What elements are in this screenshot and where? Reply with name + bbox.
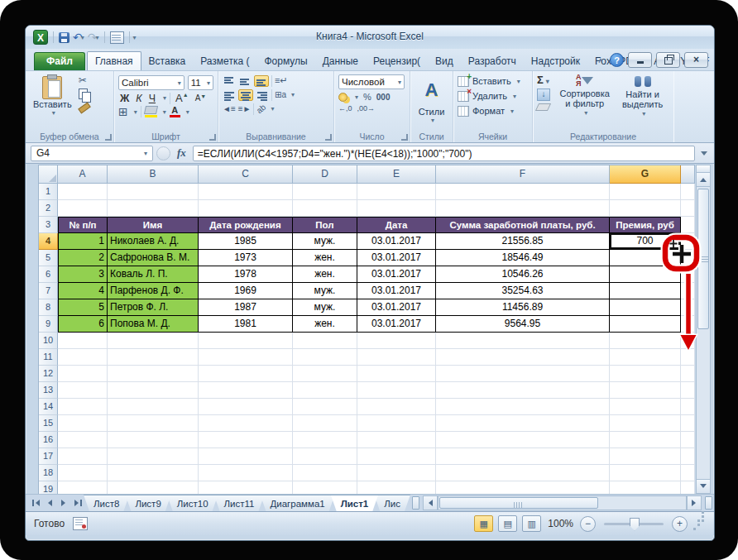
dialog-launcher-icon[interactable]	[325, 134, 332, 141]
cell-C16[interactable]	[199, 432, 293, 448]
cell-D8[interactable]: муж.	[293, 299, 357, 316]
borders-button[interactable]: ⊞	[118, 107, 128, 117]
cell-B11[interactable]	[108, 349, 199, 366]
cell-E19[interactable]	[357, 481, 436, 495]
cell-partial-13[interactable]	[681, 382, 695, 399]
cell-C9[interactable]: 1981	[199, 316, 293, 333]
cell-A3[interactable]: № п/п	[58, 217, 108, 233]
align-bottom-button[interactable]	[254, 75, 269, 87]
cell-F13[interactable]	[436, 382, 610, 399]
tab-разметка-[interactable]: Разметка (	[193, 52, 256, 70]
close-button[interactable]: ×	[684, 52, 708, 68]
row-header-14[interactable]: 14	[39, 399, 58, 415]
accounting-format-button[interactable]	[338, 93, 347, 102]
cell-A17[interactable]	[58, 448, 108, 465]
cell-C2[interactable]	[199, 200, 293, 217]
row-header-10[interactable]: 10	[39, 333, 58, 349]
format-cells-button[interactable]: Формат▾	[458, 103, 528, 118]
first-sheet-button[interactable]	[29, 496, 42, 510]
orientation-button[interactable]: ab	[255, 102, 269, 116]
column-header-e[interactable]: E	[357, 165, 436, 184]
cell-partial-7[interactable]	[681, 283, 695, 299]
cell-G4[interactable]: 700	[610, 233, 681, 250]
cell-G10[interactable]	[610, 333, 681, 349]
wrap-text-button[interactable]: ≡↵	[275, 75, 288, 86]
cell-D13[interactable]	[293, 382, 357, 399]
zoom-percent-label[interactable]: 100%	[548, 518, 573, 529]
page-break-view-button[interactable]: ▥	[522, 515, 541, 532]
horizontal-scrollbar[interactable]	[423, 495, 702, 510]
cell-G5[interactable]	[610, 250, 681, 266]
next-sheet-button[interactable]	[57, 496, 70, 510]
touch-mode-button[interactable]	[110, 31, 124, 44]
cell-B9[interactable]: Попова М. Д.	[108, 316, 199, 333]
cell-E12[interactable]	[357, 366, 436, 382]
fill-button[interactable]: ↓	[537, 89, 550, 101]
cell-B17[interactable]	[108, 448, 199, 465]
cell-F10[interactable]	[436, 333, 610, 349]
cell-F2[interactable]	[436, 200, 610, 217]
column-header-f[interactable]: F	[436, 165, 610, 184]
cell-B4[interactable]: Николаев А. Д.	[108, 233, 199, 250]
tab-split-handle[interactable]	[412, 496, 419, 510]
cell-C15[interactable]	[199, 415, 293, 432]
shrink-font-button[interactable]: А▼	[194, 93, 208, 103]
cell-A13[interactable]	[58, 382, 108, 399]
sheet-tab-диаграмма1[interactable]: Диаграмма1	[261, 495, 335, 511]
scroll-down-button[interactable]	[697, 479, 710, 493]
cell-E1[interactable]	[357, 184, 436, 200]
record-macro-icon[interactable]	[73, 517, 88, 530]
cell-G7[interactable]	[610, 283, 681, 299]
cell-F1[interactable]	[436, 184, 610, 200]
name-box[interactable]: G4▾	[31, 146, 153, 161]
minimize-button[interactable]	[628, 52, 652, 68]
cell-C12[interactable]	[199, 366, 293, 382]
cell-A6[interactable]: 3	[58, 266, 108, 283]
styles-button[interactable]: А Стили ▾	[415, 74, 448, 124]
cell-E15[interactable]	[357, 415, 436, 432]
cell-F11[interactable]	[436, 349, 610, 366]
tab-надстройк[interactable]: Надстройк	[524, 52, 587, 70]
cell-G13[interactable]	[610, 382, 681, 399]
cell-A9[interactable]: 6	[58, 316, 108, 333]
cell-C10[interactable]	[199, 333, 293, 349]
percent-style-button[interactable]: %	[363, 92, 371, 102]
save-button[interactable]	[59, 32, 69, 43]
formula-input[interactable]: =ЕСЛИ(ИЛИ(C4<1957;D4="жен.")*(НЕ(E4<18))…	[193, 146, 695, 161]
row-header-5[interactable]: 5	[39, 250, 58, 266]
help-button[interactable]: ?	[610, 53, 624, 67]
comma-style-button[interactable]: 000	[376, 93, 391, 102]
cell-E16[interactable]	[357, 432, 436, 448]
cell-F3[interactable]: Сумма заработной платы, руб.	[436, 217, 610, 233]
zoom-slider-thumb[interactable]	[630, 518, 640, 531]
cell-F6[interactable]: 10546.26	[436, 266, 610, 283]
cell-D15[interactable]	[293, 415, 357, 432]
align-top-button[interactable]	[223, 76, 236, 86]
cell-G14[interactable]	[610, 399, 681, 415]
cell-E10[interactable]	[357, 333, 436, 349]
cell-B10[interactable]	[108, 333, 199, 349]
cell-E2[interactable]	[357, 200, 436, 217]
clear-button[interactable]	[535, 103, 551, 111]
cell-C1[interactable]	[199, 184, 293, 200]
cell-B2[interactable]	[108, 200, 199, 217]
cell-E7[interactable]: 03.01.2017	[357, 283, 436, 299]
cell-partial-1[interactable]	[681, 184, 695, 200]
cell-E6[interactable]: 03.01.2017	[357, 266, 436, 283]
row-header-2[interactable]: 2	[39, 200, 58, 217]
cut-button[interactable]: ✂	[79, 75, 90, 86]
fill-color-button[interactable]	[145, 106, 157, 117]
cell-A2[interactable]	[58, 200, 108, 217]
cell-C7[interactable]: 1969	[199, 283, 293, 299]
font-size-combo[interactable]: 11▾	[188, 75, 213, 90]
cell-G18[interactable]	[610, 465, 681, 481]
cell-G15[interactable]	[610, 415, 681, 432]
restore-button[interactable]	[656, 52, 680, 68]
column-header-partial[interactable]	[681, 165, 695, 184]
cell-C5[interactable]: 1973	[199, 250, 293, 266]
scroll-up-button[interactable]	[697, 173, 710, 187]
cell-partial-14[interactable]	[681, 399, 695, 415]
undo-button[interactable]: ↶▾	[73, 31, 84, 44]
cell-E3[interactable]: Дата	[357, 217, 436, 233]
cell-G2[interactable]	[610, 200, 681, 217]
